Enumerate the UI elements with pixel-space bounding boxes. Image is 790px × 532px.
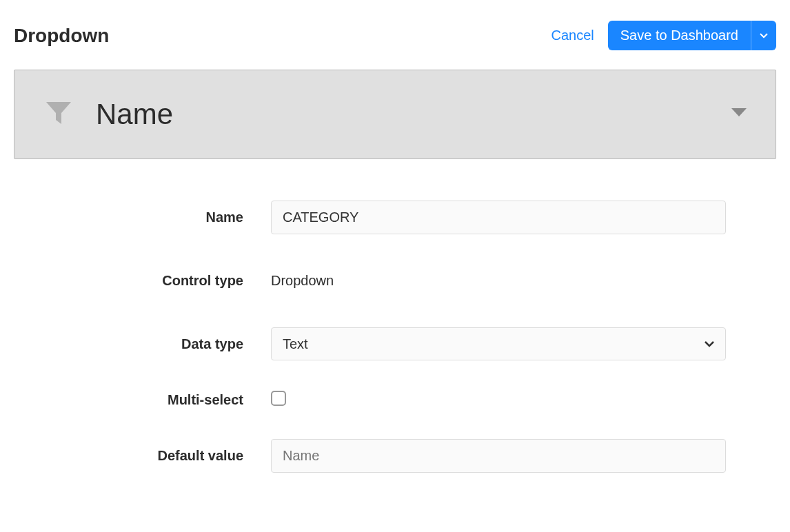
preview-left: Name (42, 96, 173, 132)
data-type-select[interactable]: Text (271, 327, 726, 360)
chevron-down-icon (730, 107, 748, 122)
multi-select-label: Multi-select (64, 392, 271, 408)
control-type-wrapper: Dropdown (271, 265, 726, 297)
name-input[interactable] (271, 201, 726, 234)
name-field-wrapper (271, 201, 726, 234)
data-type-label: Data type (64, 336, 271, 352)
form-row-name: Name (64, 201, 726, 234)
default-value-label: Default value (64, 448, 271, 464)
preview-title: Name (96, 98, 173, 131)
filter-icon (42, 96, 75, 132)
default-value-wrapper (271, 439, 726, 473)
form-row-multi-select: Multi-select (64, 391, 726, 409)
form-row-default-value: Default value (64, 439, 726, 473)
name-label: Name (64, 209, 271, 225)
save-button-group: Save to Dashboard (608, 21, 776, 50)
form-container: Name Control type Dropdown Data type Tex… (64, 201, 726, 473)
control-type-value: Dropdown (271, 265, 726, 297)
data-type-wrapper: Text (271, 327, 726, 360)
header: Dropdown Cancel Save to Dashboard (14, 21, 776, 50)
default-value-input[interactable] (271, 439, 726, 473)
save-dropdown-button[interactable] (751, 21, 776, 50)
caret-down-icon (760, 33, 768, 39)
form-row-control-type: Control type Dropdown (64, 265, 726, 297)
multi-select-checkbox[interactable] (271, 391, 286, 406)
control-type-label: Control type (64, 273, 271, 289)
form-row-data-type: Data type Text (64, 327, 726, 360)
save-to-dashboard-button[interactable]: Save to Dashboard (608, 21, 751, 50)
page-title: Dropdown (14, 25, 109, 47)
header-actions: Cancel Save to Dashboard (551, 21, 777, 50)
multi-select-wrapper (271, 391, 726, 409)
cancel-button[interactable]: Cancel (551, 28, 594, 43)
filter-preview-panel[interactable]: Name (14, 70, 776, 159)
